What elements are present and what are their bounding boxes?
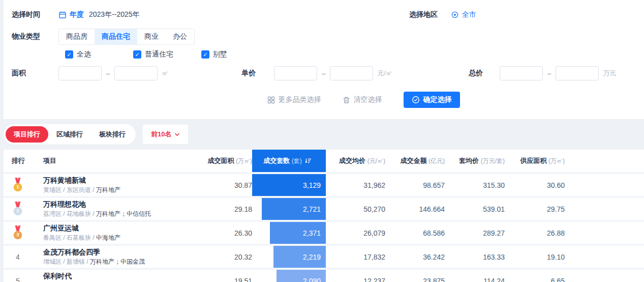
- confirm-selection-button[interactable]: 确定选择: [404, 92, 460, 108]
- property-type-row: 物业类型 商品房 商品住宅 商业 办公: [12, 29, 644, 45]
- check-circle-icon: [412, 96, 420, 104]
- more-categories-button[interactable]: 更多品类选择: [267, 95, 321, 104]
- checkbox-villa[interactable]: ✓ 别墅: [201, 50, 269, 59]
- time-range-value[interactable]: 2023年--2025年: [89, 10, 140, 19]
- table-row[interactable]: 3 广州亚运城 番禺区 / 石基板块 / 中海地产 26.30 2,371 26…: [4, 220, 644, 244]
- total-price-range-dash: –: [547, 70, 551, 77]
- table-row[interactable]: 2 万科理想花地 荔湾区 / 花地板块 / 万科地产；中信信托 29.18 2,…: [4, 196, 644, 220]
- area-unit-label: ㎡: [162, 69, 168, 78]
- col-header-per-unit[interactable]: 套均价 (万元/套): [445, 156, 505, 165]
- confirm-selection-label: 确定选择: [423, 95, 452, 104]
- tab-project-ranking[interactable]: 项目排行: [6, 126, 48, 143]
- cell-avg-price: 31,962: [326, 181, 385, 189]
- project-subtitle: 增城区 / 新塘镇 / 万科地产；中国金茂: [43, 258, 196, 266]
- chevron-down-icon: [174, 132, 180, 136]
- unit-price-min-input[interactable]: [274, 66, 317, 80]
- total-price-unit-label: 万元: [603, 69, 616, 78]
- ranking-table: 排行 项目 成交面积 (万㎡) 成交套数 (套) 成交均价 (元/㎡) 成交金额…: [4, 150, 644, 282]
- col-header-amount[interactable]: 成交金额 (亿元): [385, 156, 445, 165]
- property-tab-office[interactable]: 办公: [166, 29, 194, 44]
- cell-supply: 26.88: [505, 229, 565, 237]
- unit-price-filter: 单价 – 元/㎡: [241, 66, 392, 80]
- silver-medal-icon: 2: [12, 202, 23, 216]
- project-name: 万科理想花地: [43, 200, 196, 209]
- units-bar: 2,219: [273, 246, 326, 268]
- unit-price-label: 单价: [241, 69, 256, 78]
- range-filters-row: 面积 – ㎡ 单价 – 元/㎡ 总价 – 万元: [12, 66, 644, 80]
- cell-amount: 146.664: [385, 205, 445, 213]
- units-bar: 2,090: [277, 270, 326, 282]
- tab-district-ranking[interactable]: 区域排行: [48, 126, 91, 143]
- table-row[interactable]: 4 金茂万科都会四季 增城区 / 新塘镇 / 万科地产；中国金茂 20.32 2…: [4, 244, 644, 268]
- area-max-input[interactable]: [114, 66, 158, 80]
- cell-per-unit: 539.01: [445, 205, 505, 213]
- cell-avg-price: 26,079: [326, 229, 385, 237]
- property-type-tabs: 商品房 商品住宅 商业 办公: [58, 29, 195, 45]
- cell-avg-price: 50,270: [326, 205, 385, 213]
- trash-icon: [343, 96, 350, 104]
- cell-per-unit: 315.30: [445, 181, 505, 189]
- time-mode-selector[interactable]: 年度: [58, 10, 84, 19]
- area-range-dash: –: [106, 70, 110, 77]
- property-subtype-checkboxes: ✓ 全选 ✓ 普通住宅 ✓ 别墅: [12, 50, 644, 59]
- checkbox-ordinary-residential[interactable]: ✓ 普通住宅: [133, 50, 201, 59]
- table-row[interactable]: 5 保利时代 从化区 / 街口板块 / 保利发展 19.51 2,090 12,…: [4, 268, 644, 282]
- area-min-input[interactable]: [58, 66, 102, 80]
- col-header-units-sorted[interactable]: 成交套数 (套): [252, 150, 326, 172]
- property-tab-residential[interactable]: 商品住宅: [95, 29, 137, 44]
- cell-amount: 68.586: [385, 229, 445, 237]
- checkbox-checked-icon: ✓: [201, 50, 209, 59]
- total-price-min-input[interactable]: [500, 66, 543, 80]
- bronze-medal-icon: 3: [12, 225, 23, 240]
- col-header-supply[interactable]: 供应面积 (万㎡): [505, 156, 565, 165]
- rank-number: 2: [12, 208, 23, 213]
- tab-block-ranking[interactable]: 板块排行: [91, 126, 134, 143]
- unit-price-range-dash: –: [322, 70, 325, 77]
- checkbox-label: 普通住宅: [145, 50, 173, 59]
- cell-per-unit: 163.33: [445, 253, 505, 261]
- cell-units-bar: 2,371: [252, 222, 326, 244]
- total-price-label: 总价: [469, 69, 483, 78]
- checkbox-label: 别墅: [213, 50, 227, 59]
- cell-area: 20.32: [196, 253, 252, 261]
- project-name: 金茂万科都会四季: [43, 248, 196, 257]
- units-bar: 3,129: [252, 174, 326, 196]
- cell-supply: 29.75: [505, 205, 565, 213]
- calendar-icon: [58, 11, 67, 19]
- cell-supply: 6.65: [505, 277, 565, 282]
- cell-area: 29.18: [196, 205, 252, 213]
- location-icon: [451, 11, 459, 19]
- col-header-rank: 排行: [4, 156, 39, 165]
- clear-selection-button[interactable]: 清空选择: [343, 95, 382, 104]
- table-row[interactable]: 1 万科黄埔新城 黄埔区 / 东区街道 / 万科地产 30.87 3,129 3…: [4, 172, 644, 196]
- checkbox-select-all[interactable]: ✓ 全选: [65, 50, 133, 59]
- property-tab-commercial[interactable]: 商业: [137, 29, 166, 44]
- grid-icon: [267, 96, 275, 104]
- cell-units-bar: 2,219: [252, 246, 326, 268]
- gold-medal-icon: 1: [12, 178, 23, 192]
- time-filter-label: 选择时间: [12, 10, 46, 19]
- cell-amount: 98.657: [385, 181, 445, 189]
- cell-supply: 19.10: [505, 253, 565, 261]
- cell-area: 30.87: [196, 181, 252, 189]
- region-filter: 选择地区 全市: [409, 10, 476, 19]
- col-header-avg-price[interactable]: 成交均价 (元/㎡): [326, 156, 385, 165]
- cell-per-unit: 114.24: [445, 277, 505, 282]
- area-filter-label: 面积: [12, 69, 46, 78]
- rank-number: 3: [12, 232, 23, 237]
- cell-supply: 30.60: [505, 181, 565, 189]
- cell-avg-price: 17,832: [326, 253, 385, 261]
- project-name: 广州亚运城: [43, 224, 196, 233]
- property-tab-commodity-house[interactable]: 商品房: [59, 29, 95, 44]
- property-type-label: 物业类型: [12, 32, 46, 41]
- more-categories-label: 更多品类选择: [279, 95, 321, 104]
- project-subtitle: 荔湾区 / 花地板块 / 万科地产；中信信托: [43, 210, 196, 218]
- total-price-max-input[interactable]: [556, 66, 599, 80]
- col-header-area[interactable]: 成交面积 (万㎡): [196, 156, 252, 165]
- cell-per-unit: 289.27: [445, 229, 505, 237]
- top-n-dropdown[interactable]: 前10名: [143, 125, 188, 144]
- unit-price-max-input[interactable]: [330, 66, 373, 80]
- time-mode-value: 年度: [70, 10, 84, 19]
- ranking-tab-band: 项目排行 区域排行 板块排行 前10名: [0, 119, 644, 150]
- region-selector[interactable]: 全市: [451, 10, 476, 19]
